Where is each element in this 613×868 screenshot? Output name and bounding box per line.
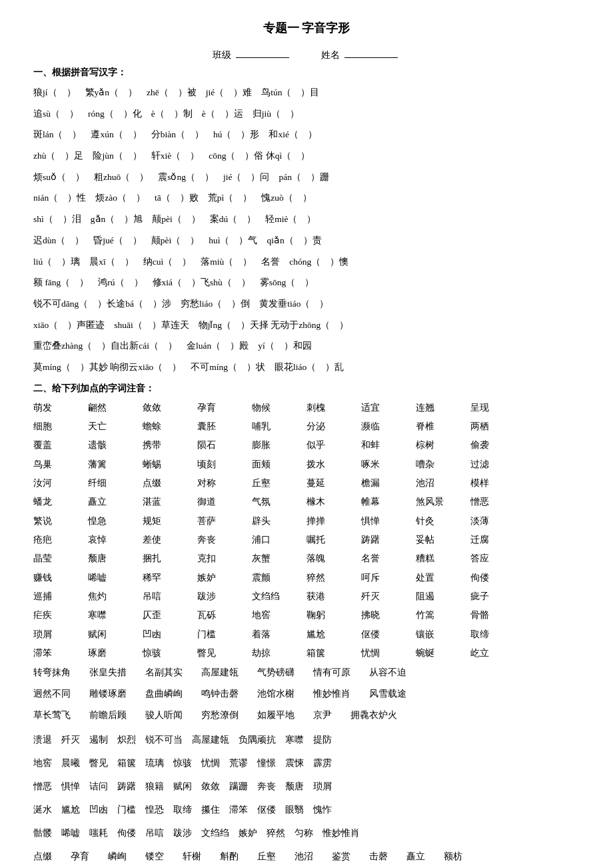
pinyin-line: nián（ ）性 烦zào（ ） tā（ ）败 荒pì（ ） 愧zuò（ ） — [33, 188, 580, 208]
pinyin-line: 迟dùn（ ） 昏jué（ ） 颠pèi（ ） huì（ ）气 qiǎn（ ）责 — [33, 231, 580, 251]
bottom-line: 骷髅 唏嘘 嗤耗 佝偻 吊唁 跋涉 文绉绉 嫉妒 猝然 匀称 惟妙惟肖 — [33, 823, 580, 843]
vocab-item: 辟头 — [252, 512, 299, 531]
vocab-item: 煞风景 — [416, 493, 462, 511]
vocab-item: 地窖 — [252, 606, 299, 625]
vocab-item: 滞笨 — [33, 644, 80, 663]
vocab-item: 赚钱 — [33, 569, 80, 587]
pinyin-line: 烦suǒ（ ） 粗zhuō（ ） 震sǒng（ ） jié（ ）问 pán（ ）… — [33, 167, 580, 187]
vocab-item: 迁腐 — [470, 531, 517, 549]
vocab-item: 濒临 — [361, 417, 408, 436]
vocab-item: 琐屑 — [33, 625, 80, 644]
vocab-item: 浦口 — [252, 531, 299, 549]
vocab-item: 名誉 — [361, 549, 408, 568]
vocab-item: 惶急 — [88, 512, 135, 531]
vocab-row: 晶莹颓唐捆扎克扣灰蟹落魄名誉糟糕答应 — [33, 549, 580, 568]
vocab-item: 镶嵌 — [416, 625, 462, 644]
bottom-line: 憎恶 惧惮 诘问 踌躇 狼籍 赋闲 敛敛 蹒跚 奔丧 颓唐 琐屑 — [33, 776, 580, 797]
vocab-item: 凹凼 — [143, 625, 189, 644]
vocab-item: 处置 — [416, 569, 462, 587]
vocab-item: 琢磨 — [88, 644, 135, 663]
vocab-item: 啄米 — [361, 455, 408, 474]
vocab-item: 捆扎 — [143, 549, 189, 568]
vocab-item: 惧惮 — [361, 512, 408, 531]
vocab-item: 着落 — [252, 625, 299, 644]
vocab-item: 骨骼 — [470, 606, 517, 625]
vocab-item: 矗立 — [88, 493, 135, 511]
vocab-item: 纤细 — [88, 474, 135, 493]
vocab-item: 歼灭 — [361, 587, 408, 606]
vocab-row: 滞笨琢磨惊骇瞥见劫掠箱箧忧惆蜿蜒屹立 — [33, 644, 580, 663]
class-label: 班级 — [213, 49, 231, 61]
vocab-item: 拂晓 — [361, 606, 408, 625]
section1-content: 狼jí（ ） 繁yǎn（ ） zhē（ ）被 jié（ ）难 鸟tún（ ）目追… — [33, 83, 580, 377]
pinyin-line: xiāo（ ）声匿迹 shuāi（ ）草连天 物jǐng（ ）天择 无动于zhō… — [33, 315, 580, 335]
vocab-item: 适宜 — [361, 399, 408, 417]
vocab-item: 巡捕 — [33, 587, 80, 606]
vocab-item: 萌发 — [33, 399, 80, 417]
vocab-item: 丘壑 — [252, 474, 299, 493]
vocab-item: 遗骸 — [88, 436, 135, 455]
vocab-item: 跋涉 — [197, 587, 244, 606]
vocab-item: 顷刻 — [197, 455, 244, 474]
vocab-item: 囊胚 — [197, 417, 244, 436]
vocab-item: 嫉妒 — [197, 569, 244, 587]
vocab-item: 池沼 — [416, 474, 462, 493]
bottom-line: 涎水 尴尬 凹凼 门槛 惶恐 取缔 攥住 滞笨 伛偻 眼翳 愧怍 — [33, 799, 580, 820]
vocab-item: 寒噤 — [88, 606, 135, 625]
vocab-item: 蔓延 — [306, 474, 353, 493]
vocab-item: 疟疾 — [33, 606, 80, 625]
vocab-item: 陨石 — [197, 436, 244, 455]
vocab-item: 佝偻 — [470, 569, 517, 587]
pinyin-line: liú（ ）璃 晨xī（ ） 纳cuì（ ） 落miù（ ） 名誉 chóng（… — [33, 252, 580, 272]
vocab-item: 细胞 — [33, 417, 80, 436]
vocab-item: 劫掠 — [252, 644, 299, 663]
bottom-line: 点缀 孕育 嶙峋 镂空 轩榭 斛酌 丘壑 池沼 鉴赏 击磬 矗立 额枋 — [33, 846, 580, 867]
name-label: 姓名 — [321, 49, 340, 61]
vocab-item: 和蚌 — [361, 436, 408, 455]
vocab-item: 橼木 — [306, 493, 353, 511]
phrase-line: 草长莺飞 前瞻后顾 骏人听闻 穷愁潦倒 如履平地 京尹 拥毳衣炉火 — [33, 705, 580, 725]
pinyin-line: 斑lán（ ） 遵xún（ ） 分biàn（ ） hú（ ）形 和xié（ ） — [33, 125, 580, 145]
vocab-item: 菩萨 — [197, 512, 244, 531]
vocab-item: 妥帖 — [416, 531, 462, 549]
vocab-item: 灰蟹 — [252, 549, 299, 568]
vocab-item: 疵子 — [470, 587, 517, 606]
vocab-item: 孕育 — [197, 399, 244, 417]
vocab-item: 御道 — [197, 493, 244, 511]
bottom-content: 溃退 歼灭 遏制 炽烈 锐不可当 高屋建瓴 负隅顽抗 寒噤 提防地窖 晨曦 瞥见… — [33, 729, 580, 869]
phrase-line: 迥然不同 雕镂琢磨 盘曲嶙峋 鸣钟击磬 池馆水榭 惟妙惟肖 风雪载途 — [33, 684, 580, 704]
vocab-item: 分泌 — [306, 417, 353, 436]
vocab-item: 阻遏 — [416, 587, 462, 606]
vocab-item: 规矩 — [143, 512, 189, 531]
vocab-item: 文绉绉 — [252, 587, 299, 606]
vocab-row: 汝河纤细点缀对称丘壑蔓延檐漏池沼模样 — [33, 474, 580, 493]
vocab-item: 克扣 — [197, 549, 244, 568]
vocab-item: 鸟巢 — [33, 455, 80, 474]
vocab-item: 踌躇 — [361, 531, 408, 549]
vocab-item: 翩然 — [88, 399, 135, 417]
phrase-line: 转弯抹角 张皇失措 名副其实 高屋建瓴 气势磅礴 情有可原 从容不迫 — [33, 663, 580, 683]
vocab-item: 覆盖 — [33, 436, 80, 455]
vocab-item: 焦灼 — [88, 587, 135, 606]
vocab-item: 落魄 — [306, 549, 353, 568]
vocab-item: 对称 — [197, 474, 244, 493]
vocab-item: 呈现 — [470, 399, 517, 417]
vocab-item: 差使 — [143, 531, 189, 549]
vocab-item: 伛偻 — [361, 625, 408, 644]
vocab-item: 嘱托 — [306, 531, 353, 549]
vocab-item: 繁说 — [33, 512, 80, 531]
vocab-row: 疮疤哀悼差使奔丧浦口嘱托踌躇妥帖迁腐 — [33, 531, 580, 549]
vocab-item: 面颊 — [252, 455, 299, 474]
vocab-item: 针灸 — [416, 512, 462, 531]
pinyin-line: 莫míng（ ）其妙 响彻云xiāo（ ） 不可míng（ ）状 眼花liáo（… — [33, 357, 580, 377]
section2-title: 二、给下列加点的字词注音： — [33, 383, 580, 395]
vocab-row: 鸟巢藩篱蜥蜴顷刻面颊拨水啄米嘈杂过滤 — [33, 455, 580, 474]
vocab-item: 震颤 — [252, 569, 299, 587]
vocab-item: 蟠龙 — [33, 493, 80, 511]
vocab-item: 颓唐 — [88, 549, 135, 568]
vocab-row: 琐屑赋闲凹凼门槛着落尴尬伛偻镶嵌取缔 — [33, 625, 580, 644]
vocab-item: 蜿蜒 — [416, 644, 462, 663]
vocab-row: 细胞天亡蟾蜍囊胚哺乳分泌濒临脊椎两栖 — [33, 417, 580, 436]
vocab-item: 仄歪 — [143, 606, 189, 625]
vocab-row: 繁说惶急规矩菩萨辟头掸掸惧惮针灸淡薄 — [33, 512, 580, 531]
